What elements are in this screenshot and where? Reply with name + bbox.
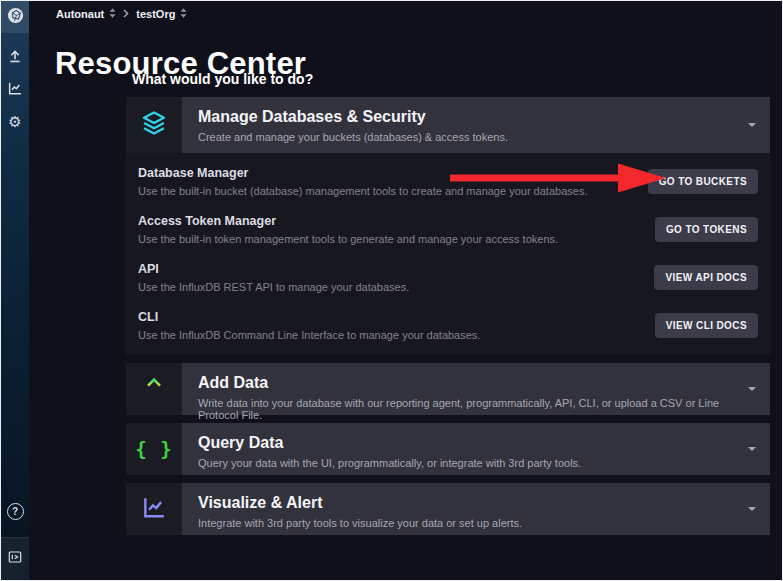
chevron-right-icon <box>123 8 129 20</box>
chevron-down-icon[interactable] <box>748 507 756 515</box>
account-name: testOrg <box>136 8 175 20</box>
help-icon: ? <box>7 503 24 520</box>
row-title: Database Manager <box>138 166 587 180</box>
panel-title: Add Data <box>198 374 754 392</box>
chevron-down-icon[interactable] <box>748 387 756 395</box>
panel-header-query-data[interactable]: { } Query Data Query your data with the … <box>126 423 770 475</box>
feedback-icon <box>7 549 23 569</box>
chevron-down-icon[interactable] <box>748 123 756 131</box>
go-to-buckets-button[interactable]: GO TO BUCKETS <box>648 169 758 194</box>
panel-title: Query Data <box>198 434 581 452</box>
sidebar: ⚙ ? <box>1 1 29 580</box>
upload-icon <box>141 374 167 404</box>
go-to-tokens-button[interactable]: GO TO TOKENS <box>655 217 758 242</box>
braces-icon: { } <box>135 438 172 460</box>
panel-visualize-alert: Visualize & Alert Integrate with 3rd par… <box>126 483 770 535</box>
panel-header-manage-databases[interactable]: Manage Databases & Security Create and m… <box>126 97 770 153</box>
panel-header-add-data[interactable]: Add Data Write data into your database w… <box>126 363 770 415</box>
account-selector[interactable]: testOrg <box>136 8 187 20</box>
panel-icon-cell: { } <box>126 423 182 475</box>
row-title: API <box>138 262 409 276</box>
panel-title: Manage Databases & Security <box>198 108 508 126</box>
logo-icon <box>6 6 25 29</box>
sidebar-item-feedback[interactable] <box>1 537 29 580</box>
panel-query-data: { } Query Data Query your data with the … <box>126 423 770 475</box>
resource-row-database-manager: Database Manager Use the built-in bucket… <box>126 157 770 205</box>
line-chart-icon <box>141 494 167 524</box>
sidebar-item-load-data[interactable] <box>1 43 29 73</box>
panel-description: Create and manage your buckets (database… <box>198 131 508 143</box>
row-title: Access Token Manager <box>138 214 558 228</box>
resource-panels: Manage Databases & Security Create and m… <box>126 97 770 543</box>
breadcrumb: Autonaut testOrg <box>56 8 187 20</box>
chevron-down-icon[interactable] <box>748 447 756 455</box>
panel-icon-cell <box>126 97 182 153</box>
sidebar-item-settings[interactable]: ⚙ <box>1 107 29 137</box>
org-selector[interactable]: Autonaut <box>56 8 116 20</box>
sidebar-item-data-explorer[interactable] <box>1 75 29 105</box>
panel-manage-databases: Manage Databases & Security Create and m… <box>126 97 770 355</box>
panel-description: Query your data with the UI, programmati… <box>198 457 581 469</box>
panel-header-visualize-alert[interactable]: Visualize & Alert Integrate with 3rd par… <box>126 483 770 535</box>
gear-icon: ⚙ <box>8 115 21 130</box>
view-cli-docs-button[interactable]: VIEW CLI DOCS <box>655 313 758 338</box>
upload-icon <box>7 48 23 68</box>
section-heading: What would you like to do? <box>132 71 313 87</box>
resource-row-api: API Use the InfluxDB REST API to manage … <box>126 253 770 301</box>
resource-row-cli: CLI Use the InfluxDB Command Line Interf… <box>126 301 770 349</box>
row-description: Use the built-in bucket (database) manag… <box>138 185 587 197</box>
row-description: Use the InfluxDB REST API to manage your… <box>138 281 409 293</box>
resource-row-access-token-manager: Access Token Manager Use the built-in to… <box>126 205 770 253</box>
layers-icon <box>140 109 168 141</box>
panel-body-manage-databases: Database Manager Use the built-in bucket… <box>126 153 770 355</box>
panel-icon-cell <box>126 483 182 535</box>
panel-icon-cell <box>126 363 182 415</box>
row-description: Use the built-in token management tools … <box>138 233 558 245</box>
graph-icon <box>7 80 23 100</box>
sidebar-item-help[interactable]: ? <box>1 497 29 525</box>
row-description: Use the InfluxDB Command Line Interface … <box>138 329 480 341</box>
sort-caret-icon <box>109 8 116 20</box>
sort-caret-icon <box>180 8 187 20</box>
view-api-docs-button[interactable]: VIEW API DOCS <box>654 265 758 290</box>
panel-add-data: Add Data Write data into your database w… <box>126 363 770 415</box>
panel-description: Integrate with 3rd party tools to visual… <box>198 517 522 529</box>
influxdb-logo[interactable] <box>1 1 29 33</box>
row-title: CLI <box>138 310 480 324</box>
org-name: Autonaut <box>56 8 104 20</box>
panel-title: Visualize & Alert <box>198 494 522 512</box>
panel-description: Write data into your database with our r… <box>198 397 754 421</box>
